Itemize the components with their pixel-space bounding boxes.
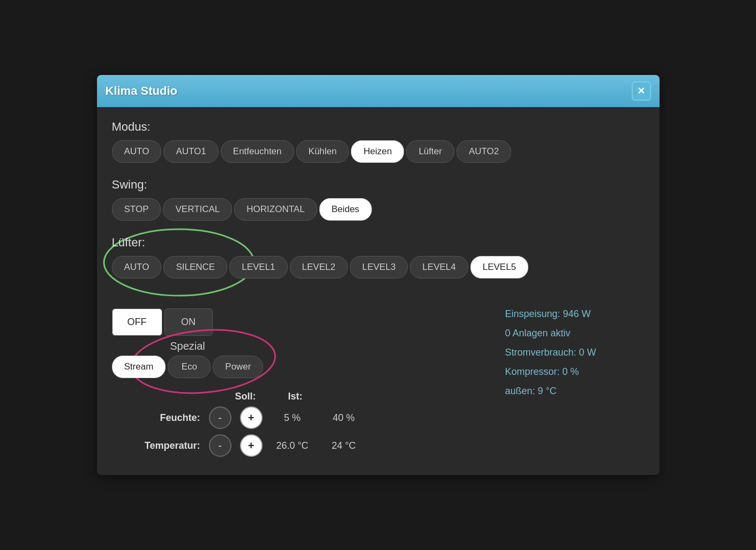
- spezial-label: Spezial: [170, 340, 205, 352]
- modus-auto2[interactable]: AUTO2: [456, 140, 511, 163]
- feuchte-minus[interactable]: -: [209, 406, 231, 429]
- kompressor-stat: Kompressor: 0 %: [505, 362, 645, 381]
- swing-vertical[interactable]: VERTICAL: [163, 198, 232, 221]
- lufeter-level4[interactable]: LEVEL4: [410, 256, 468, 278]
- temperatur-soll: 26.0 °C: [271, 440, 314, 451]
- spezial-section: Spezial Stream Eco Power: [112, 340, 264, 378]
- lufeter-silence[interactable]: SILENCE: [163, 256, 227, 278]
- spezial-stream[interactable]: Stream: [112, 356, 166, 378]
- feuchte-plus[interactable]: +: [240, 406, 263, 429]
- content-area: Modus: AUTO AUTO1 Entfeuchten Kühlen Hei…: [97, 107, 660, 475]
- lufeter-label: Lüfter:: [112, 236, 645, 250]
- ist-header: Ist:: [288, 391, 303, 402]
- spezial-button-row: Stream Eco Power: [112, 356, 264, 378]
- spezial-wrapper: Spezial Stream Eco Power: [112, 340, 264, 378]
- swing-section: Swing: STOP VERTICAL HORIZONTAL Beides: [112, 178, 645, 221]
- temperatur-plus[interactable]: +: [240, 434, 263, 457]
- modus-heizen[interactable]: Heizen: [351, 140, 404, 163]
- lufeter-button-row: AUTO SILENCE LEVEL1 LEVEL2 LEVEL3 LEVEL4…: [112, 256, 645, 278]
- stats-section: Einspeisung: 946 W 0 Anlagen aktiv Strom…: [505, 293, 645, 401]
- temperatur-row: Temperatur: - + 26.0 °C 24 °C: [112, 434, 505, 457]
- lufeter-level5[interactable]: LEVEL5: [470, 256, 528, 278]
- middle-section: OFF ON Spezial Stream Eco Power: [112, 293, 645, 462]
- lufeter-level3[interactable]: LEVEL3: [350, 256, 408, 278]
- left-controls: OFF ON Spezial Stream Eco Power: [112, 293, 505, 462]
- swing-label: Swing:: [112, 178, 645, 192]
- modus-button-row: AUTO AUTO1 Entfeuchten Kühlen Heizen Lüf…: [112, 140, 645, 163]
- close-button[interactable]: ✕: [632, 81, 651, 101]
- temperatur-label: Temperatur:: [112, 440, 200, 451]
- on-off-section: OFF ON: [112, 308, 505, 336]
- spezial-eco[interactable]: Eco: [168, 356, 211, 378]
- modus-lufter[interactable]: Lüfter: [406, 140, 454, 163]
- modus-section: Modus: AUTO AUTO1 Entfeuchten Kühlen Hei…: [112, 120, 645, 163]
- main-window: Klima Studio ✕ Modus: AUTO AUTO1 Entfeuc…: [97, 75, 660, 475]
- spezial-power[interactable]: Power: [213, 356, 263, 378]
- anlagen-stat: 0 Anlagen aktiv: [505, 323, 645, 343]
- titlebar: Klima Studio ✕: [97, 75, 660, 107]
- swing-stop[interactable]: STOP: [112, 198, 161, 221]
- modus-kuhlen[interactable]: Kühlen: [296, 140, 349, 163]
- swing-horizontal[interactable]: HORIZONTAL: [234, 198, 317, 221]
- lufeter-section: Lüfter: AUTO SILENCE LEVEL1 LEVEL2 LEVEL…: [112, 236, 645, 278]
- feuchte-soll: 5 %: [271, 412, 314, 424]
- aussen-stat: außen: 9 °C: [505, 381, 645, 401]
- lufeter-level2[interactable]: LEVEL2: [290, 256, 348, 278]
- off-button[interactable]: OFF: [112, 308, 162, 336]
- swing-beides[interactable]: Beides: [319, 198, 372, 221]
- swing-button-row: STOP VERTICAL HORIZONTAL Beides: [112, 198, 645, 221]
- feuchte-row: Feuchte: - + 5 % 40 %: [112, 406, 505, 429]
- window-title: Klima Studio: [106, 84, 177, 98]
- lufeter-level1[interactable]: LEVEL1: [229, 256, 287, 278]
- lufeter-auto[interactable]: AUTO: [112, 256, 162, 278]
- temperatur-minus[interactable]: -: [209, 434, 231, 457]
- modus-auto1[interactable]: AUTO1: [163, 140, 218, 163]
- controls-section: Soll: Ist: Feuchte: - + 5 % 40 % Tempera…: [112, 391, 505, 457]
- soll-header: Soll:: [235, 391, 256, 402]
- on-button[interactable]: ON: [164, 308, 213, 336]
- feuchte-ist: 40 %: [323, 412, 365, 424]
- feuchte-label: Feuchte:: [112, 412, 200, 424]
- einspeisung-stat: Einspeisung: 946 W: [505, 304, 645, 323]
- modus-entfeuchten[interactable]: Entfeuchten: [221, 140, 294, 163]
- temperatur-ist: 24 °C: [323, 440, 365, 451]
- stromverbrauch-stat: Stromverbrauch: 0 W: [505, 343, 645, 362]
- modus-label: Modus:: [112, 120, 645, 134]
- modus-auto[interactable]: AUTO: [112, 140, 162, 163]
